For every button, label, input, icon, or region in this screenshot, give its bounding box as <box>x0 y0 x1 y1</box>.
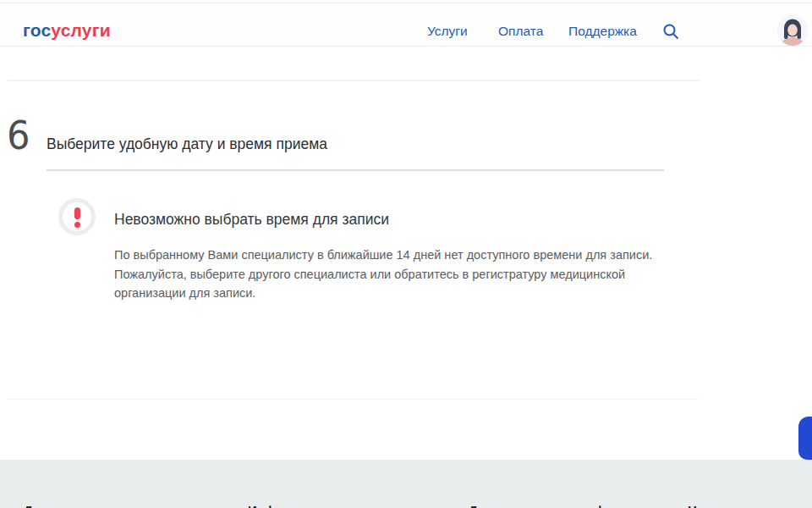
user-avatar[interactable] <box>777 15 808 46</box>
search-icon[interactable] <box>662 23 679 40</box>
nav-link-support[interactable]: Поддержка <box>568 24 637 39</box>
notice-title: Невозможно выбрать время для записи <box>114 210 389 229</box>
alert-exclamation-icon <box>58 198 96 235</box>
footer-column-heading: Дополнительная информация <box>469 503 660 508</box>
step-title-divider <box>47 169 664 171</box>
section-divider-top <box>8 80 700 81</box>
step-number: 6 <box>7 112 30 158</box>
nav-link-payment[interactable]: Оплата <box>498 24 543 39</box>
nav-link-services[interactable]: Услуги <box>427 24 468 39</box>
notice-body-line: Пожалуйста, выберите другого специалиста… <box>114 265 656 284</box>
section-divider-bottom <box>8 399 700 400</box>
notice-body-line: По выбранному Вами специалисту в ближайш… <box>114 246 656 265</box>
gosuslugi-logo[interactable]: госуслуги <box>23 20 111 41</box>
step-title: Выберите удобную дату и время приема <box>47 135 327 153</box>
footer-column-heading: Информация и сервисы <box>248 503 400 508</box>
footer: Для граждан Информация и сервисы Дополни… <box>0 460 812 508</box>
logo-text-red: услуги <box>51 20 110 40</box>
footer-column-heading: Наши проекты <box>688 503 779 508</box>
notice-body-line: организации для записи. <box>114 284 656 303</box>
alert-exclamation-dot <box>74 222 80 228</box>
alert-exclamation-bar <box>74 207 80 219</box>
footer-column-heading: Для граждан <box>24 503 103 508</box>
side-tab-button[interactable] <box>798 417 812 460</box>
logo-text-blue: гос <box>23 20 51 40</box>
header: госуслуги Услуги Оплата Поддержка <box>0 3 812 47</box>
notice-body: По выбранному Вами специалисту в ближайш… <box>114 246 656 303</box>
page: госуслуги Услуги Оплата Поддержка <box>0 0 812 508</box>
